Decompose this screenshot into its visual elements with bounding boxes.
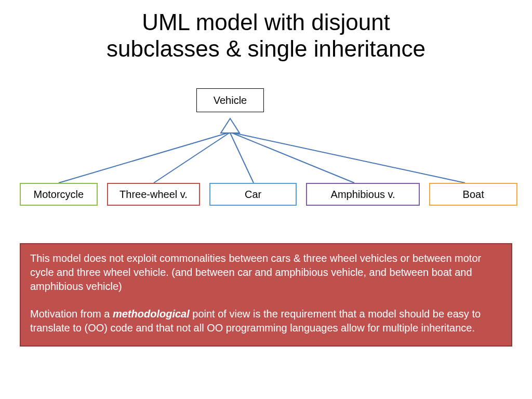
svg-marker-0: [221, 118, 240, 133]
class-label: Vehicle: [214, 95, 247, 107]
svg-line-2: [154, 133, 229, 183]
svg-line-5: [234, 133, 465, 183]
title-line-2: subclasses & single inheritance: [107, 36, 425, 61]
note-text: Motivation from a: [30, 308, 113, 320]
class-label: Motorcycle: [33, 189, 84, 201]
title-line-1: UML model with disjount: [142, 9, 390, 35]
subclass-row: Motorcycle Three-wheel v. Car Amphibious…: [20, 183, 517, 206]
svg-line-3: [230, 133, 254, 183]
class-label: Boat: [463, 189, 484, 201]
uml-diagram: Vehicle Motorcycle Three-wheel v. Car Am…: [0, 88, 532, 223]
class-label: Car: [245, 189, 261, 201]
note-spacer: [30, 294, 502, 307]
class-label: Amphibious v.: [331, 189, 395, 201]
class-box-boat: Boat: [429, 183, 517, 206]
svg-line-4: [232, 133, 354, 183]
class-box-car: Car: [209, 183, 297, 206]
svg-line-1: [59, 133, 228, 183]
class-box-vehicle: Vehicle: [196, 88, 264, 112]
class-box-three-wheel: Three-wheel v.: [107, 183, 201, 206]
note-paragraph-1: This model does not exploit commonalitie…: [30, 251, 502, 294]
explanation-note: This model does not exploit commonalitie…: [20, 243, 512, 347]
class-label: Three-wheel v.: [119, 189, 188, 201]
class-box-amphibious: Amphibious v.: [306, 183, 420, 206]
slide-title: UML model with disjount subclasses & sin…: [0, 0, 532, 62]
note-paragraph-2: Motivation from a methodological point o…: [30, 307, 502, 335]
note-emphasis: methodological: [113, 308, 190, 320]
class-box-motorcycle: Motorcycle: [20, 183, 98, 206]
